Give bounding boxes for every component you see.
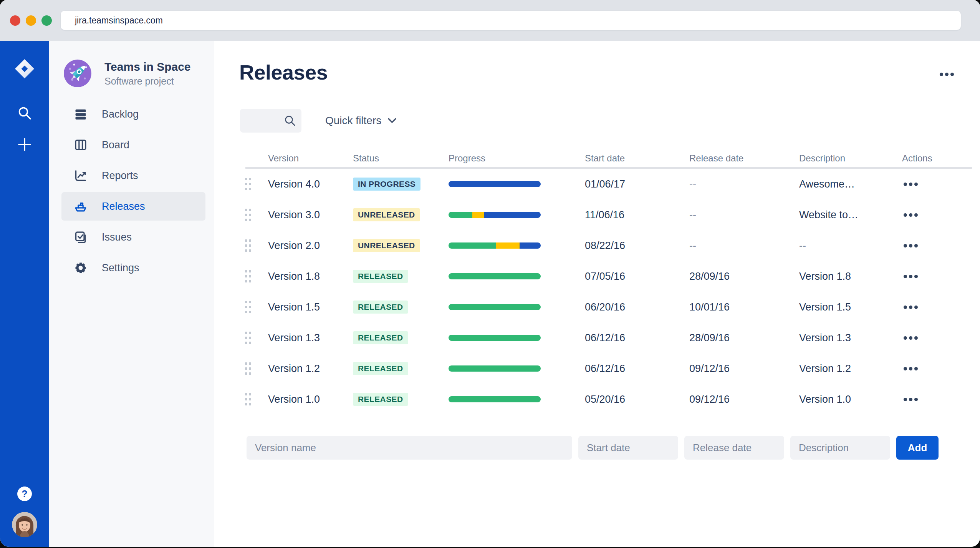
search-icon — [283, 114, 296, 129]
help-icon[interactable]: ? — [17, 487, 32, 501]
progress-segment-blue — [520, 242, 541, 249]
start-field[interactable] — [578, 436, 678, 460]
drag-handle-icon[interactable] — [245, 178, 251, 190]
zoom-button[interactable] — [41, 15, 52, 26]
row-actions-more-icon[interactable] — [902, 395, 919, 404]
user-avatar[interactable] — [12, 512, 37, 537]
version-name-link[interactable]: Version 1.0 — [268, 394, 353, 405]
column-header-version: Version — [268, 153, 353, 164]
version-name-link[interactable]: Version 2.0 — [268, 240, 353, 252]
status-badge: UNRELEASED — [353, 208, 420, 221]
start-date-cell: 01/06/17 — [585, 178, 689, 190]
project-name: Teams in Space — [104, 60, 191, 74]
global-create-icon[interactable] — [17, 136, 33, 153]
sidebar-item-settings[interactable]: Settings — [49, 252, 214, 283]
releases-table: VersionStatusProgressStart dateRelease d… — [245, 149, 972, 415]
progress-segment-yellow — [472, 212, 484, 218]
column-header-start-date: Start date — [585, 153, 689, 164]
drag-handle-icon[interactable] — [245, 209, 251, 221]
progress-bar — [449, 365, 541, 372]
version-name-link[interactable]: Version 1.3 — [268, 332, 353, 344]
sidebar-item-reports[interactable]: Reports — [49, 160, 214, 191]
drag-handle-icon[interactable] — [245, 270, 251, 282]
sidebar-item-releases[interactable]: Releases — [49, 191, 214, 222]
project-header[interactable]: Teams in Space Software project — [64, 60, 214, 87]
url-bar[interactable]: jira.teamsinspace.com — [61, 11, 961, 30]
minimize-button[interactable] — [26, 15, 36, 26]
description-cell: Version 1.3 — [799, 332, 902, 344]
status-badge: RELEASED — [353, 393, 408, 406]
sidebar-item-backlog[interactable]: Backlog — [49, 99, 214, 130]
version-field[interactable] — [247, 436, 572, 460]
filter-bar: Quick filters — [240, 109, 980, 133]
release-date-cell: 28/09/16 — [689, 332, 799, 344]
quick-filters-dropdown[interactable]: Quick filters — [323, 114, 399, 127]
sidebar-item-label: Releases — [102, 201, 145, 213]
progress-bar — [449, 242, 541, 249]
drag-handle-icon[interactable] — [245, 393, 251, 405]
status-badge: RELEASED — [353, 362, 408, 375]
progress-segment-green — [449, 304, 541, 310]
backlog-icon — [74, 107, 88, 121]
row-actions-more-icon[interactable] — [902, 365, 919, 373]
release-date-cell: -- — [689, 209, 799, 221]
sidebar-item-board[interactable]: Board — [49, 130, 214, 160]
add-button[interactable]: Add — [896, 436, 939, 460]
description-cell: Version 1.2 — [799, 363, 902, 375]
version-name-link[interactable]: Version 1.5 — [268, 301, 353, 313]
release-date-cell: 28/09/16 — [689, 271, 799, 282]
desc-field[interactable] — [790, 436, 890, 460]
version-name-link[interactable]: Version 1.8 — [268, 271, 353, 282]
global-nav-rail: ? — [0, 41, 49, 547]
reports-icon — [74, 169, 88, 183]
project-type: Software project — [104, 75, 191, 87]
row-actions-more-icon[interactable] — [902, 180, 919, 188]
quick-filters-label: Quick filters — [325, 115, 381, 127]
progress-segment-green — [449, 365, 541, 372]
progress-segment-green — [449, 212, 472, 218]
progress-bar — [449, 304, 541, 310]
drag-handle-icon[interactable] — [245, 332, 251, 344]
table-row: Version 1.2RELEASED06/12/1609/12/16Versi… — [245, 353, 972, 384]
release-date-cell: 10/01/16 — [689, 301, 799, 313]
url-text: jira.teamsinspace.com — [75, 15, 163, 26]
status-badge: IN PROGRESS — [353, 178, 420, 191]
table-row: Version 1.3RELEASED06/12/1628/09/16Versi… — [245, 322, 972, 353]
releases-icon — [74, 199, 88, 213]
drag-handle-icon[interactable] — [245, 362, 251, 375]
row-actions-more-icon[interactable] — [902, 334, 919, 342]
table-row: Version 2.0UNRELEASED08/22/16---- — [245, 230, 972, 261]
row-actions-more-icon[interactable] — [902, 303, 919, 311]
sidebar-item-label: Reports — [102, 170, 138, 182]
page-more-icon[interactable] — [937, 70, 956, 78]
row-actions-more-icon[interactable] — [902, 242, 919, 250]
column-header-release-date: Release date — [689, 153, 799, 164]
release-date-cell: -- — [689, 178, 799, 190]
start-date-cell: 06/12/16 — [585, 332, 689, 344]
close-button[interactable] — [10, 15, 20, 26]
sidebar-item-issues[interactable]: Issues — [49, 222, 214, 252]
progress-segment-yellow — [496, 242, 520, 249]
row-actions-more-icon[interactable] — [902, 272, 919, 281]
global-search-icon[interactable] — [17, 105, 33, 121]
table-row: Version 4.0IN PROGRESS01/06/17--Awesome… — [245, 169, 972, 199]
row-actions-more-icon[interactable] — [902, 211, 919, 219]
settings-icon — [74, 261, 88, 275]
sidebar-item-label: Board — [102, 139, 129, 151]
sidebar-item-label: Issues — [102, 231, 132, 243]
jira-logo-icon[interactable] — [14, 58, 35, 80]
release-date-cell: 09/12/16 — [689, 363, 799, 375]
drag-handle-icon[interactable] — [245, 301, 251, 313]
progress-segment-green — [449, 335, 541, 341]
drag-handle-icon[interactable] — [245, 239, 251, 252]
sidebar-nav: Backlog Board Reports Releases Issues Se… — [49, 99, 214, 283]
progress-segment-green — [449, 396, 541, 402]
version-name-link[interactable]: Version 3.0 — [268, 209, 353, 221]
table-row: Version 1.5RELEASED06/20/1610/01/16Versi… — [245, 292, 972, 322]
release-search-box[interactable] — [240, 109, 301, 133]
release-field[interactable] — [684, 436, 784, 460]
description-cell: Version 1.0 — [799, 394, 902, 405]
version-name-link[interactable]: Version 1.2 — [268, 363, 353, 375]
version-name-link[interactable]: Version 4.0 — [268, 178, 353, 190]
column-header-description: Description — [799, 153, 902, 164]
